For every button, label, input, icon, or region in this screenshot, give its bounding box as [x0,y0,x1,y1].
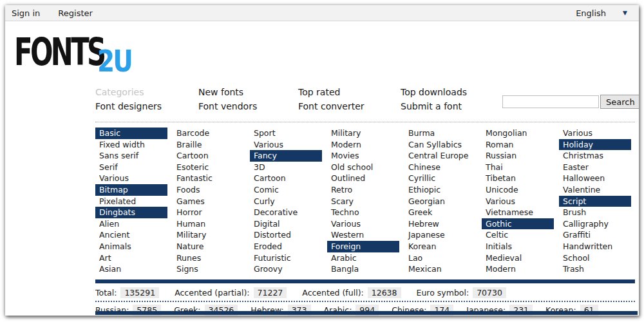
category-link-various[interactable]: Various [327,218,399,230]
category-link-various[interactable]: Various [250,139,322,151]
category-link-signs[interactable]: Signs [173,263,245,275]
category-link-human[interactable]: Human [173,218,245,230]
search-button[interactable]: Search [600,95,639,109]
nav-item-top-rated[interactable]: Top rated [298,87,401,101]
category-link-burma[interactable]: Burma [404,128,477,139]
category-link-mongolian[interactable]: Mongolian [482,128,554,139]
category-link-modern[interactable]: Modern [327,139,399,151]
category-link-hebrew[interactable]: Hebrew [404,218,477,230]
category-link-holiday[interactable]: Holiday [559,139,631,151]
category-link-initials[interactable]: Initials [482,241,554,252]
category-link-horror[interactable]: Horror [173,207,245,218]
nav-item-font-designers[interactable]: Font designers [95,101,198,115]
category-link-korean[interactable]: Korean [404,241,477,252]
sign-in-link[interactable]: Sign in [12,8,40,18]
category-link-outlined[interactable]: Outlined [327,173,399,184]
category-link-comic[interactable]: Comic [250,184,322,196]
category-link-runes[interactable]: Runes [173,252,245,264]
nav-item-new-fonts[interactable]: New fonts [198,87,298,101]
category-link-various[interactable]: Various [95,173,167,184]
category-link-eroded[interactable]: Eroded [250,241,322,252]
category-link-braille[interactable]: Braille [173,139,245,151]
category-link-digital[interactable]: Digital [250,218,322,230]
category-link-alien[interactable]: Alien [95,218,167,230]
category-link-art[interactable]: Art [95,252,167,264]
category-link-halloween[interactable]: Halloween [559,173,631,184]
category-link-modern[interactable]: Modern [482,263,554,275]
category-link-old-school[interactable]: Old school [327,162,399,173]
category-link-gothic[interactable]: Gothic [482,218,554,230]
category-link-central-europe[interactable]: Central Europe [404,150,477,162]
category-link-decorative[interactable]: Decorative [250,207,322,218]
category-link-pixelated[interactable]: Pixelated [95,196,167,207]
category-link-cartoon[interactable]: Cartoon [173,150,245,162]
category-link-cyrillic[interactable]: Cyrillic [404,173,477,184]
category-link-script[interactable]: Script [559,196,631,207]
category-link-lao[interactable]: Lao [404,252,477,264]
category-link-vietnamese[interactable]: Vietnamese [482,207,554,218]
category-link-futuristic[interactable]: Futuristic [250,252,322,264]
category-link-cartoon[interactable]: Cartoon [250,173,322,184]
category-link-barcode[interactable]: Barcode [173,128,245,139]
category-link-graffiti[interactable]: Graffiti [559,229,631,241]
category-link-celtic[interactable]: Celtic [482,229,554,241]
category-link-games[interactable]: Games [173,196,245,207]
category-link-techno[interactable]: Techno [327,207,399,218]
category-link-fancy[interactable]: Fancy [250,150,322,162]
category-link-japanese[interactable]: Japanese [404,229,477,241]
category-link-arabic[interactable]: Arabic [327,252,399,264]
category-link-asian[interactable]: Asian [95,263,167,275]
search-input[interactable] [502,95,599,108]
category-link-easter[interactable]: Easter [559,162,631,173]
nav-item-top-downloads[interactable]: Top downloads [401,87,467,101]
category-link-tibetan[interactable]: Tibetan [482,173,554,184]
category-link-basic[interactable]: Basic [95,128,167,139]
category-link-ancient[interactable]: Ancient [95,229,167,241]
register-link[interactable]: Register [58,8,93,18]
category-link-various[interactable]: Various [559,128,631,139]
category-link-military[interactable]: Military [173,229,245,241]
category-link-esoteric[interactable]: Esoteric [173,162,245,173]
category-link-foods[interactable]: Foods [173,184,245,196]
category-link-movies[interactable]: Movies [327,150,399,162]
category-link-animals[interactable]: Animals [95,241,167,252]
category-link-curly[interactable]: Curly [250,196,322,207]
category-link-western[interactable]: Western [327,229,399,241]
site-logo[interactable]: FONTS 2U [14,33,156,80]
category-link-can-syllabics[interactable]: Can Syllabics [404,139,477,151]
category-link-medieval[interactable]: Medieval [482,252,554,264]
category-link-nature[interactable]: Nature [173,241,245,252]
category-link-various[interactable]: Various [482,196,554,207]
category-link-georgian[interactable]: Georgian [404,196,477,207]
category-link-ethiopic[interactable]: Ethiopic [404,184,477,196]
category-link-mexican[interactable]: Mexican [404,263,477,275]
category-link-roman[interactable]: Roman [482,139,554,151]
category-link-distorted[interactable]: Distorted [250,229,322,241]
category-link-bitmap[interactable]: Bitmap [95,184,167,196]
language-selector[interactable]: English ▼ [576,8,632,18]
category-link-3d[interactable]: 3D [250,162,322,173]
category-link-calligraphy[interactable]: Calligraphy [559,218,631,230]
category-link-sport[interactable]: Sport [250,128,322,139]
category-link-groovy[interactable]: Groovy [250,263,322,275]
category-link-chinese[interactable]: Chinese [404,162,477,173]
category-link-retro[interactable]: Retro [327,184,399,196]
category-link-unicode[interactable]: Unicode [482,184,554,196]
category-link-handwritten[interactable]: Handwritten [559,241,631,252]
category-link-thai[interactable]: Thai [482,162,554,173]
category-link-greek[interactable]: Greek [404,207,477,218]
category-link-brush[interactable]: Brush [559,207,631,218]
category-link-dingbats[interactable]: Dingbats [95,207,167,218]
nav-item-font-converter[interactable]: Font converter [298,101,401,115]
nav-item-categories[interactable]: Categories [95,87,198,101]
category-link-military[interactable]: Military [327,128,399,139]
category-link-trash[interactable]: Trash [559,263,631,275]
category-link-fantastic[interactable]: Fantastic [173,173,245,184]
nav-item-font-vendors[interactable]: Font vendors [198,101,298,115]
category-link-bangla[interactable]: Bangla [327,263,399,275]
category-link-serif[interactable]: Serif [95,162,167,173]
nav-item-submit-a-font[interactable]: Submit a font [401,101,467,115]
category-link-russian[interactable]: Russian [482,150,554,162]
category-link-christmas[interactable]: Christmas [559,150,631,162]
category-link-scary[interactable]: Scary [327,196,399,207]
